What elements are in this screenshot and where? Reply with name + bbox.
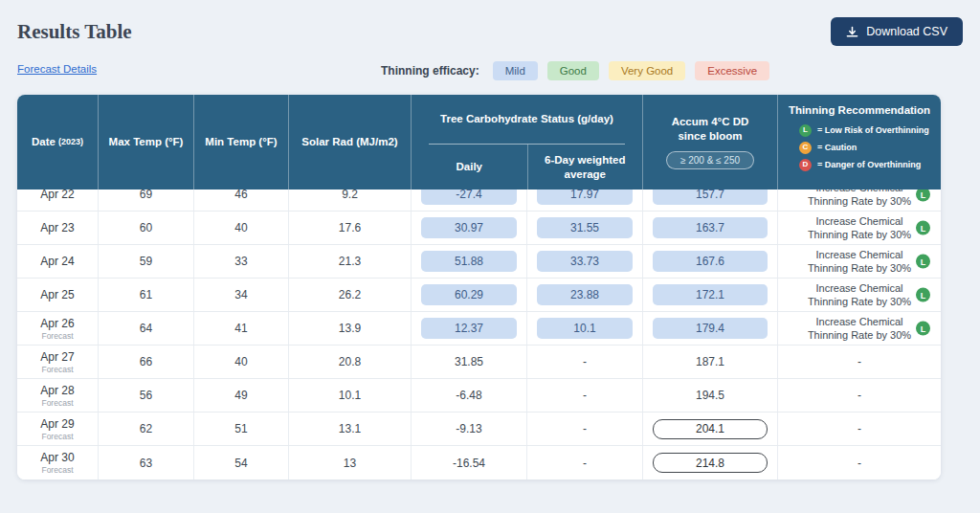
value-text: 33 [234, 255, 247, 268]
date-cell: Apr 30Forecast [17, 446, 98, 480]
efficacy-badge-very-good: Very Good [609, 61, 685, 80]
solar-rad-cell: 20.8 [288, 346, 411, 378]
value-text: 194.5 [696, 389, 724, 402]
recommendation-cell: Increase Chemical Thinning Rate by 30%L [777, 212, 941, 244]
value-pill: 157.7 [653, 190, 768, 205]
weighted-avg-cell: 33.73 [526, 245, 642, 278]
date-cell: Apr 29Forecast [17, 413, 98, 445]
value-pill: 51.88 [421, 251, 517, 272]
min-temp-cell: 51 [193, 413, 288, 445]
value-pill: 23.88 [537, 284, 633, 305]
value-text: - [583, 389, 587, 402]
daily-carb-cell: -6.48 [411, 379, 526, 412]
forecast-label: Forecast [41, 398, 73, 408]
legend-text: = Caution [817, 143, 857, 154]
date-cell: Apr 28Forecast [17, 379, 98, 412]
efficacy-badge-excessive: Excessive [695, 61, 769, 80]
value-text: 62 [140, 422, 152, 435]
date-label: Apr 24 [40, 255, 74, 268]
daily-carb-cell: 12.37 [411, 312, 526, 345]
value-text: -9.13 [456, 422, 481, 435]
value-pill: 31.55 [537, 217, 633, 238]
date-label: Apr 22 [40, 190, 74, 201]
value-text: 41 [234, 322, 247, 335]
recommendation-dash: - [858, 389, 861, 402]
efficacy-group: Thinning efficacy: MildGoodVery GoodExce… [381, 61, 769, 80]
min-temp-cell: 34 [193, 279, 288, 311]
max-temp-cell: 59 [98, 245, 193, 278]
daily-carb-cell: -27.4 [411, 190, 526, 211]
max-temp-cell: 60 [98, 212, 193, 244]
column-header-min-temp: Min Temp (°F) [193, 95, 288, 190]
column-header-carbohydrate: Tree Carbohydrate Status (g/day) Daily 6… [411, 95, 642, 190]
value-text: 10.1 [339, 389, 361, 402]
legend-text: = Danger of Overthinning [817, 160, 921, 171]
solar-rad-cell: 26.2 [288, 279, 411, 311]
recommendation-text: Increase Chemical Thinning Rate by 30% [796, 214, 923, 242]
solar-rad-cell: 10.1 [288, 379, 411, 412]
solar-rad-cell: 13.9 [288, 312, 411, 345]
recommendation-cell: - [777, 413, 941, 445]
legend-item-d: D= Danger of Overthinning [799, 159, 933, 171]
table-row: Apr 28Forecast564910.1-6.48-194.5- [17, 379, 941, 413]
page: Results Table Download CSV Forecast Deta… [0, 0, 980, 480]
page-title: Results Table [17, 20, 132, 44]
value-pill: -27.4 [421, 190, 517, 205]
weighted-avg-cell: - [526, 413, 642, 445]
value-text: 13.1 [339, 422, 361, 435]
value-text: 187.1 [696, 355, 724, 368]
value-pill: 17.97 [537, 190, 633, 205]
date-header-year: (2023) [58, 137, 83, 148]
max-temp-cell: 63 [98, 446, 193, 480]
date-label: Apr 27 [40, 350, 74, 364]
date-label: Apr 23 [40, 221, 74, 234]
value-text: 9.2 [342, 190, 358, 201]
legend-text: = Low Risk of Overthinning [817, 125, 929, 137]
efficacy-badge-good: Good [547, 61, 599, 80]
min-temp-cell: 54 [193, 446, 288, 480]
max-temp-cell: 66 [98, 346, 193, 378]
value-text: 13 [344, 457, 356, 470]
forecast-details-link[interactable]: Forecast Details [17, 63, 97, 75]
efficacy-badges: MildGoodVery GoodExcessive [493, 61, 769, 80]
date-label: Apr 25 [40, 288, 74, 301]
forecast-label: Forecast [41, 432, 73, 441]
accum-dd-cell: 167.6 [642, 245, 777, 278]
min-temp-cell: 46 [193, 190, 288, 211]
daily-carb-cell: -9.13 [411, 413, 526, 445]
daily-carb-cell: 31.85 [411, 346, 526, 378]
table-body: Apr 2269469.2-27.417.97157.7Increase Che… [17, 190, 941, 480]
date-header-label: Date [32, 135, 56, 149]
accum-range-badge: ≥ 200 & ≤ 250 [666, 151, 754, 169]
column-header-max-temp: Max Temp (°F) [98, 95, 193, 190]
efficacy-label: Thinning efficacy: [381, 64, 479, 78]
forecast-label: Forecast [41, 331, 73, 341]
recommendation-cell: Increase Chemical Thinning Rate by 30%L [777, 279, 941, 311]
min-temp-cell: 40 [193, 346, 288, 378]
date-label: Apr 30 [40, 451, 74, 464]
thinning-title: Thinning Recommendation [786, 103, 933, 118]
value-text: 13.9 [339, 322, 361, 335]
download-csv-button[interactable]: Download CSV [831, 17, 963, 46]
weighted-avg-cell: - [526, 379, 642, 412]
recommendation-cell: Increase Chemical Thinning Rate by 30%L [777, 190, 941, 211]
forecast-label: Forecast [41, 365, 73, 374]
daily-carb-cell: 60.29 [411, 279, 526, 311]
value-text: 40 [234, 221, 247, 234]
value-text: 46 [234, 190, 247, 201]
weighted-avg-cell: 17.97 [526, 190, 642, 211]
value-text: -16.54 [453, 457, 485, 470]
min-temp-cell: 40 [193, 212, 288, 244]
value-text: 64 [140, 322, 152, 335]
accum-dd-cell: 179.4 [642, 312, 777, 345]
value-pill: 30.97 [421, 217, 517, 238]
value-text: - [583, 457, 587, 470]
weighted-avg-cell: 10.1 [526, 312, 642, 345]
recommendation-cell: Increase Chemical Thinning Rate by 30%L [777, 245, 941, 278]
value-text: - [583, 355, 587, 368]
top-bar: Results Table Download CSV [17, 0, 963, 48]
accum-dd-cell: 163.7 [642, 212, 777, 244]
recommendation-dash: - [858, 355, 861, 368]
accum-title: Accum 4°C DD since bloom [657, 115, 764, 144]
value-text: 69 [140, 190, 152, 201]
